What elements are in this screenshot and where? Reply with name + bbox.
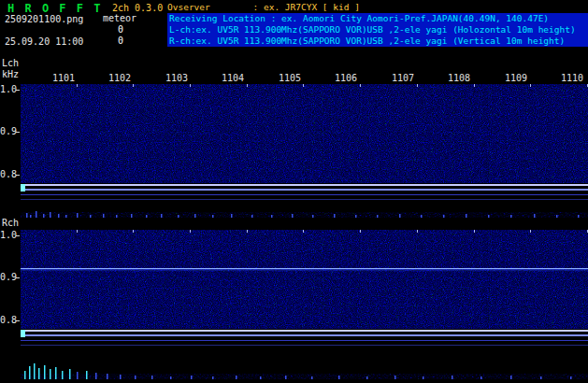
- time-axis: 1101 1102 1103 1104 1105 1106 1107 1108 …: [0, 73, 588, 83]
- lch-tick-dash: [16, 132, 20, 133]
- lch-minute-ticks: [21, 84, 588, 87]
- rch-tick-dash: [16, 320, 20, 321]
- rch-level-strip: [21, 330, 588, 379]
- rch-freq-tick: 0.8: [0, 315, 15, 326]
- lch-freq-tick: 0.9: [0, 126, 15, 137]
- meteor-count-2: 0: [92, 35, 123, 47]
- time-tick-label: 1104: [221, 73, 245, 83]
- time-tick-label: 1101: [51, 73, 76, 83]
- hrofft-output-window: H R O F F T 2ch 0.3.0 Ovserver : ex. JR7…: [0, 0, 588, 383]
- time-tick-label: 1110: [560, 73, 584, 83]
- time-tick-label: 1107: [391, 73, 415, 83]
- time-tick-label: 1108: [447, 73, 471, 83]
- meteor-count-label: meteor: [103, 13, 136, 24]
- meteor-count-1: 0: [92, 24, 123, 35]
- rch-spectrogram: [21, 230, 588, 329]
- lch-level-strip: [21, 184, 588, 218]
- observer-line: Ovserver : ex. JR7CYX [ kid ]: [167, 2, 360, 13]
- lch-tick-dash: [16, 90, 20, 91]
- lch-axis-label: Lch: [2, 58, 19, 69]
- output-filename: 2509201100.png: [5, 14, 83, 25]
- rch-carrier-line: [21, 268, 588, 269]
- lch-freq-tick: 0.8: [0, 169, 15, 180]
- lch-freq-tick: 1.0: [0, 84, 15, 95]
- rch-axis-label: Rch: [2, 218, 19, 229]
- receiving-location-line: Receiving Location : ex. Aomori City Aom…: [167, 13, 588, 24]
- rch-freq-tick: 1.0: [0, 230, 15, 241]
- time-tick-label: 1105: [278, 73, 302, 83]
- rch-info-line: R-ch:ex. UV5R 113.900Mhz(SAPPORO VOR)USB…: [167, 35, 588, 47]
- app-title: H R O F F T: [7, 2, 102, 15]
- rch-minute-ticks: [21, 230, 588, 233]
- timestamp: 25.09.20 11:00: [5, 36, 83, 48]
- time-tick-label: 1109: [504, 73, 528, 83]
- time-tick-label: 1102: [108, 73, 132, 83]
- time-tick-label: 1106: [334, 73, 358, 83]
- lch-spectrogram: [21, 84, 588, 183]
- lch-info-line: L-ch:ex. UV5R 113.900Mhz(SAPPORO VOR)USB…: [167, 24, 588, 35]
- time-tick-label: 1103: [165, 73, 189, 83]
- rch-tick-dash: [16, 277, 20, 278]
- rch-tick-dash: [16, 235, 20, 236]
- lch-tick-dash: [16, 175, 20, 176]
- rch-freq-tick: 0.9: [0, 272, 15, 283]
